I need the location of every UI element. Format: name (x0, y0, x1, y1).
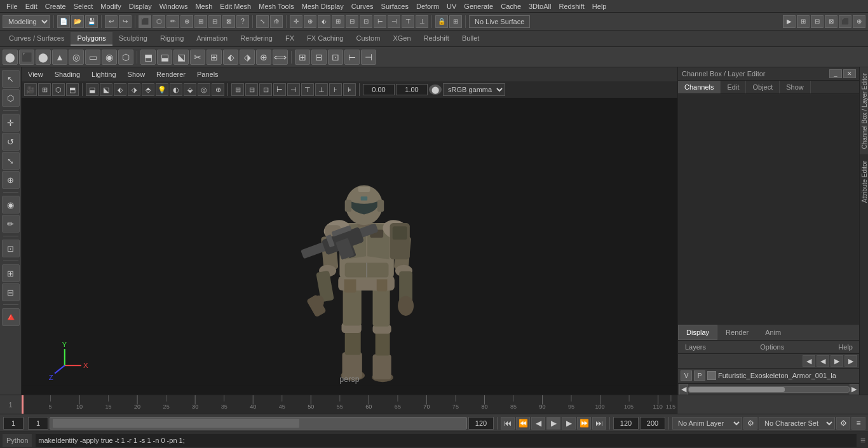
vp-menu-shading[interactable]: Shading (52, 69, 83, 79)
menu-curves[interactable]: Curves (348, 1, 377, 11)
vp-xray-btn[interactable]: ◎ (198, 83, 210, 96)
menu-3dtoll[interactable]: 3DtoAll (525, 1, 555, 11)
layer-tab-render[interactable]: Render (717, 325, 757, 340)
prev-frame-btn[interactable]: ◀ (531, 417, 545, 430)
render4-btn[interactable]: ⊠ (825, 15, 837, 28)
vp-grid-btn[interactable]: ⊞ (231, 83, 244, 96)
menu-redshift[interactable]: Redshift (555, 1, 588, 11)
rp-close-btn[interactable]: ✕ (843, 69, 856, 78)
new-file-btn[interactable]: 📄 (57, 15, 70, 28)
snap2-btn[interactable]: ⊞ (194, 15, 207, 28)
vp-light-btn[interactable]: 💡 (156, 83, 168, 96)
tab-animation[interactable]: Animation (190, 32, 234, 46)
next-frame-btn[interactable]: ▶ (562, 417, 576, 430)
vp-ao-btn[interactable]: ⬙ (184, 83, 196, 96)
vp-shade3-btn[interactable]: ⬖ (114, 83, 126, 96)
vp-sel-btn[interactable]: ⬡ (52, 83, 65, 96)
live-surface-btn[interactable]: No Live Surface (469, 15, 530, 28)
poly-crease-btn[interactable]: ⊣ (361, 50, 376, 65)
go-start-btn[interactable]: ⏮ (501, 417, 515, 430)
menu-edit-mesh[interactable]: Edit Mesh (216, 1, 255, 11)
vp-menu-show[interactable]: Show (125, 69, 148, 79)
poly-offset-loop-btn[interactable]: ⊟ (311, 50, 327, 65)
cb-tab-channels[interactable]: Channels (678, 81, 721, 93)
options-menu-item[interactable]: Options (757, 342, 787, 352)
layer-scrollbar-thumb[interactable] (689, 387, 785, 392)
paint-sel-btn[interactable]: ✏ (166, 15, 179, 28)
char-set-select[interactable]: No Character Set (759, 417, 835, 430)
vp-shade4-btn[interactable]: ⬗ (128, 83, 140, 96)
play-fwd-btn[interactable]: ▶ (546, 417, 560, 430)
undo-btn[interactable]: ↩ (105, 15, 118, 28)
python-input[interactable] (36, 434, 857, 447)
menu-select[interactable]: Select (70, 1, 97, 11)
viewport-canvas[interactable]: X Y Z persp (22, 98, 677, 395)
layer-tab-anim[interactable]: Anim (757, 325, 789, 340)
tab-bullet[interactable]: Bullet (456, 32, 486, 46)
soft-sel-btn[interactable]: ◉ (2, 196, 20, 214)
layer-scroll-right-btn[interactable]: ▶ (850, 384, 858, 395)
render-btn[interactable]: ▶ (783, 15, 796, 28)
snap4-btn[interactable]: ⊠ (222, 15, 235, 28)
poly-connect-btn[interactable]: ⊞ (207, 50, 222, 65)
poly-insert-loop-btn[interactable]: ⊞ (295, 50, 310, 65)
timeline-ruler[interactable]: 5 10 15 20 25 30 35 40 45 50 55 60 65 (22, 395, 677, 414)
menu-file[interactable]: File (3, 1, 22, 11)
vp-camera-btn[interactable]: 🎥 (24, 83, 37, 96)
redo-btn[interactable]: ↪ (119, 15, 132, 28)
poly-fill-btn[interactable]: ⬕ (173, 50, 189, 65)
python-label[interactable]: Python (3, 434, 32, 447)
menu-uv[interactable]: UV (443, 1, 460, 11)
layer-prev2-btn[interactable]: ◀ (817, 355, 829, 367)
frame-end1-field[interactable] (468, 417, 494, 430)
menu-mesh[interactable]: Mesh (191, 1, 216, 11)
cb-tab-edit[interactable]: Edit (721, 81, 746, 93)
vp-menu-lighting[interactable]: Lighting (89, 69, 119, 79)
lock-btn[interactable]: 🔒 (435, 15, 448, 28)
move-btn[interactable]: ✛ (2, 114, 20, 132)
vp-aa-btn[interactable]: ⊢ (273, 83, 286, 96)
vp-iso-btn[interactable]: ⊕ (212, 83, 224, 96)
vp-isolate-btn[interactable]: ⊧ (343, 83, 356, 96)
snap-curve-btn[interactable]: ⊟ (2, 283, 20, 301)
poly-mirror-btn[interactable]: ⟺ (273, 50, 288, 65)
layer-visibility-p-btn[interactable]: P (694, 370, 705, 381)
char-set-settings-btn[interactable]: ⚙ (836, 417, 850, 430)
vp-menu-renderer[interactable]: Renderer (154, 69, 188, 79)
help-tool-btn[interactable]: ? (236, 15, 249, 28)
layers-menu-item[interactable]: Layers (682, 342, 709, 352)
layer-tab-display[interactable]: Display (678, 325, 717, 340)
snap6-btn[interactable]: ⊟ (346, 15, 358, 28)
xform2-btn[interactable]: ⟰ (270, 15, 283, 28)
snap11-btn[interactable]: ⊥ (416, 15, 428, 28)
vp-tex-btn[interactable]: ⬘ (142, 83, 154, 96)
vp-shade2-btn[interactable]: ⬕ (100, 83, 112, 96)
snap5-btn[interactable]: ⊞ (332, 15, 344, 28)
tab-fx-caching[interactable]: FX Caching (301, 32, 349, 46)
tab-rigging[interactable]: Rigging (154, 32, 190, 46)
poly-slide-edge-btn[interactable]: ⊡ (328, 50, 343, 65)
vp-field2[interactable] (396, 84, 428, 95)
open-file-btn[interactable]: 📂 (71, 15, 84, 28)
cb-tab-show[interactable]: Show (780, 81, 811, 93)
poly-bridge-btn[interactable]: ⬓ (157, 50, 172, 65)
poly-subdivide-btn[interactable]: ⬖ (223, 50, 238, 65)
menu-modify[interactable]: Modify (97, 1, 125, 11)
poly-disk-btn[interactable]: ◉ (102, 50, 117, 65)
save-file-btn[interactable]: 💾 (85, 15, 98, 28)
move-tool-btn[interactable]: ✛ (290, 15, 302, 28)
render3-btn[interactable]: ⊟ (811, 15, 824, 28)
rotate-tool-btn[interactable]: ⊕ (304, 15, 316, 28)
tab-custom[interactable]: Custom (350, 32, 387, 46)
poly-plane-btn[interactable]: ▭ (85, 50, 100, 65)
menu-surfaces[interactable]: Surfaces (377, 1, 412, 11)
lasso-btn[interactable]: ⬡ (153, 15, 165, 28)
vp-menu-panels[interactable]: Panels (194, 69, 221, 79)
scale-btn[interactable]: ⤡ (2, 152, 20, 170)
menu-create[interactable]: Create (41, 1, 70, 11)
lasso-select-btn[interactable]: ⬡ (2, 89, 20, 107)
scale-tool-btn[interactable]: ⬖ (318, 15, 330, 28)
anim-layer-select[interactable]: No Anim Layer (672, 417, 742, 430)
anim-layer-settings-btn[interactable]: ⚙ (743, 417, 757, 430)
render6-btn[interactable]: ⊕ (853, 15, 865, 28)
